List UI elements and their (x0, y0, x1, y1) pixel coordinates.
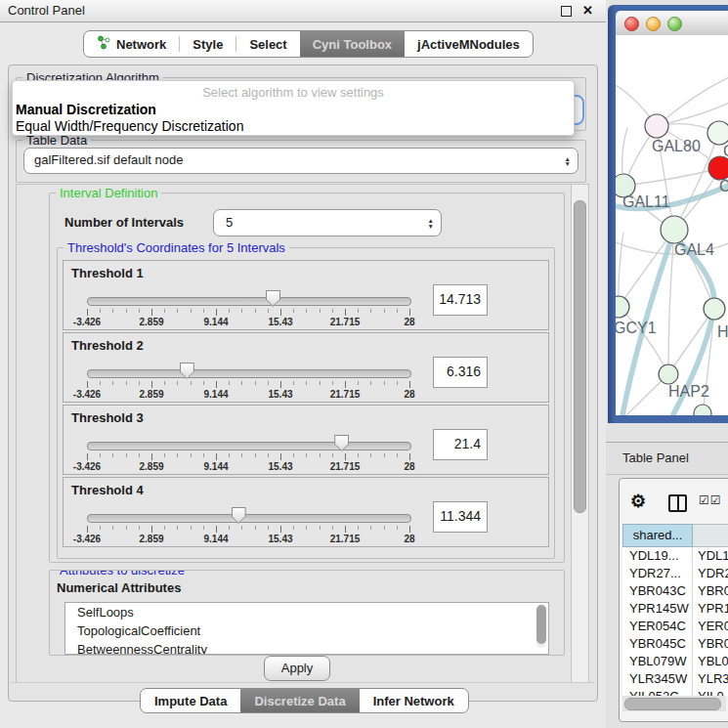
table-data-combobox-value: galFiltered.sif default node (34, 152, 183, 167)
table-row[interactable]: YLR345WYLR3 (622, 670, 728, 688)
column-header-shared-name[interactable]: shared... (622, 524, 693, 547)
table-data-combobox[interactable]: galFiltered.sif default node ▲▼ (23, 148, 578, 174)
table-row[interactable]: YPR145WYPR1 (622, 600, 728, 618)
column-header-name[interactable]: na (693, 524, 728, 547)
network-edge[interactable] (623, 168, 720, 186)
table-row[interactable]: YDL19...YDL1 (622, 547, 728, 565)
network-node[interactable] (694, 405, 711, 415)
cell-shared-name[interactable]: YBR045C (622, 635, 693, 653)
tick-mark (87, 453, 88, 460)
table-row[interactable]: YBR043CYBR0 (622, 582, 728, 600)
tick-mark (177, 309, 178, 313)
list-scrollbar[interactable] (536, 605, 546, 648)
tick-mark (241, 381, 242, 385)
network-node-gal80[interactable] (645, 114, 668, 138)
cell-name[interactable]: YDL1 (693, 547, 728, 565)
cell-name[interactable]: YDR2 (693, 565, 728, 582)
cell-shared-name[interactable]: YLR345W (622, 670, 693, 688)
cell-shared-name[interactable]: YBR043C (622, 582, 693, 600)
threshold-1-value-field[interactable]: 14.713 (433, 284, 488, 316)
threshold-1-slider-track[interactable] (87, 297, 411, 306)
cell-name[interactable]: YER0 (693, 618, 728, 635)
table-row[interactable]: YBL079WYBL0 (622, 653, 728, 670)
close-icon[interactable]: ✕ (582, 3, 593, 18)
tab-network-label: Network (116, 37, 166, 52)
network-node-h[interactable] (704, 298, 725, 320)
list-scrollbar-thumb[interactable] (536, 605, 546, 644)
cell-name[interactable]: YLR3 (693, 670, 728, 688)
table-row[interactable]: YER054CYER0 (622, 618, 728, 635)
vertical-scrollbar-thumb[interactable] (574, 200, 586, 513)
numerical-attributes-list[interactable]: SelfLoopsTopologicalCoefficientBetweenne… (64, 602, 549, 655)
tab-select[interactable]: Select (236, 31, 299, 57)
table-row[interactable]: YIL052CYIL0 (622, 688, 728, 696)
network-node-gal4[interactable] (661, 216, 688, 243)
network-node-label: GAL80 (652, 138, 701, 154)
tab-impute-data[interactable]: Impute Data (141, 689, 240, 712)
tab-cyni-toolbox[interactable]: Cyni Toolbox (300, 31, 405, 57)
cell-name[interactable]: YBL0 (693, 653, 728, 670)
cell-shared-name[interactable]: YIL052C (622, 688, 693, 696)
network-edge[interactable] (657, 76, 728, 126)
network-node-hap2[interactable] (659, 364, 678, 384)
tick-label: -3.426 (73, 461, 101, 472)
slider-ticks (87, 526, 409, 534)
horizontal-scrollbar-thumb[interactable] (624, 698, 721, 710)
cell-name[interactable]: YBR0 (693, 582, 728, 600)
column-layout-icon[interactable] (668, 494, 687, 512)
spinner-arrows-icon: ▲▼ (428, 218, 434, 229)
tick-mark (203, 526, 204, 530)
dropdown-item-manual-discretization[interactable]: Manual Discretization (16, 102, 156, 117)
network-node-g[interactable] (707, 121, 728, 145)
cell-name[interactable]: YPR1 (693, 600, 728, 618)
network-edge[interactable] (619, 307, 668, 374)
attribute-list-item[interactable]: TopologicalCoefficient (65, 621, 548, 640)
tab-network[interactable]: Network (84, 31, 179, 57)
tab-jactivemnodules[interactable]: jActiveMNodules (405, 31, 533, 57)
tab-style[interactable]: Style (180, 31, 236, 57)
attribute-list-item[interactable]: SelfLoops (65, 603, 548, 621)
apply-button[interactable]: Apply (264, 656, 330, 681)
threshold-4-slider-track[interactable] (87, 514, 411, 523)
tab-discretize-data[interactable]: Discretize Data (240, 689, 359, 712)
network-edge[interactable] (619, 230, 674, 307)
network-node-gcy1[interactable] (616, 296, 629, 318)
cell-shared-name[interactable]: YDL19... (622, 547, 693, 565)
cell-name[interactable]: YBR0 (693, 635, 728, 653)
network-node-c[interactable] (708, 156, 728, 180)
number-of-intervals-label: Number of Intervals (64, 215, 184, 230)
tab-infer-network-label: Infer Network (373, 694, 454, 708)
number-of-intervals-spinner[interactable]: 5 ▲▼ (213, 209, 442, 236)
tab-jactivemnodules-label: jActiveMNodules (417, 37, 520, 52)
cell-name[interactable]: YIL0 (693, 688, 728, 696)
number-of-intervals-value: 5 (226, 215, 233, 230)
cell-shared-name[interactable]: YDR27... (622, 565, 693, 582)
slider-tick-labels: -3.4262.8599.14415.4321.71528 (87, 317, 409, 328)
tick-mark (397, 453, 398, 457)
checkbox-icons[interactable]: ☑☑ (699, 493, 722, 507)
cell-shared-name[interactable]: YER054C (622, 618, 693, 635)
float-window-icon[interactable] (561, 6, 572, 17)
tick-mark (345, 526, 346, 533)
threshold-3-value-field[interactable]: 21.4 (433, 429, 488, 460)
attribute-list-item[interactable]: BetweennessCentrality (65, 640, 548, 655)
tick-label: 2.859 (139, 534, 163, 544)
threshold-3-slider-track[interactable] (87, 442, 411, 450)
cell-shared-name[interactable]: YPR145W (622, 600, 693, 618)
close-traffic-light-icon[interactable] (624, 17, 639, 31)
gear-icon[interactable]: ⚙ (630, 491, 646, 512)
threshold-2-value-field[interactable]: 6.316 (433, 357, 488, 388)
threshold-2-slider-track[interactable] (87, 369, 411, 378)
tick-mark (164, 526, 165, 530)
dropdown-item-equal-width-frequency[interactable]: Equal Width/Frequency Discretization (16, 118, 243, 134)
control-panel-tabbar: Network Style Select Cyni Toolbox jActiv… (83, 30, 534, 58)
table-row[interactable]: YDR27...YDR2 (622, 565, 728, 582)
minimize-traffic-light-icon[interactable] (646, 17, 661, 31)
network-canvas[interactable]: GAL80GCGAL11GAL4GCY1HHAP2 (616, 35, 728, 415)
threshold-4-value-field[interactable]: 11.344 (433, 501, 488, 533)
tab-style-label: Style (193, 37, 223, 52)
tab-infer-network[interactable]: Infer Network (360, 689, 468, 712)
cell-shared-name[interactable]: YBL079W (622, 653, 693, 670)
zoom-traffic-light-icon[interactable] (667, 17, 682, 31)
table-row[interactable]: YBR045CYBR0 (622, 635, 728, 653)
